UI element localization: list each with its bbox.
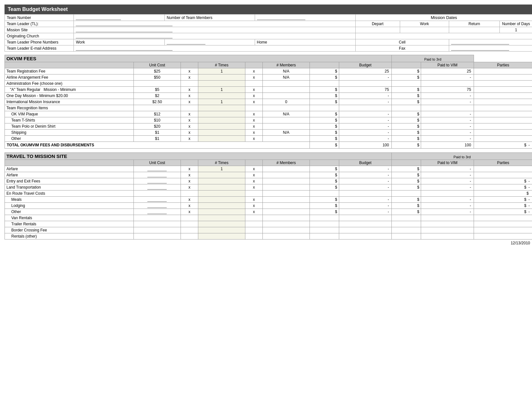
row-other-travel-times[interactable] bbox=[198, 209, 245, 215]
row-rentals-other-times[interactable] bbox=[198, 233, 245, 240]
phone-cell-input[interactable] bbox=[449, 39, 532, 45]
row-shipping-3rd bbox=[474, 130, 532, 136]
travel-col-vim: Paid to VIM bbox=[421, 160, 474, 166]
row-airfare2-unit[interactable] bbox=[134, 172, 181, 178]
row-airfare1-budget-val: - bbox=[339, 166, 392, 172]
row-other-travel-unit[interactable] bbox=[134, 209, 181, 215]
row-a-team-budget-val: 75 bbox=[339, 87, 392, 93]
okvim-total-budget-val: 100 bbox=[339, 142, 392, 149]
row-recognition-vim-dollar bbox=[392, 105, 421, 111]
row-other-okvim-3rd bbox=[474, 136, 532, 142]
row-lodging-times[interactable] bbox=[198, 203, 245, 209]
row-oneday-times[interactable] bbox=[198, 93, 245, 99]
row-entry-fees-budget-val: - bbox=[339, 178, 392, 184]
row-airline-budget-dollar: $ bbox=[310, 74, 339, 81]
row-airline-unit: $50 bbox=[134, 74, 181, 81]
row-tshirts-times[interactable] bbox=[198, 117, 245, 123]
row-entry-fees-unit[interactable] bbox=[134, 178, 181, 184]
row-meals-unit[interactable] bbox=[134, 197, 181, 203]
orig-church-input[interactable] bbox=[74, 33, 355, 39]
row-van-rentals-label: Van Rentals bbox=[5, 215, 134, 221]
row-airline-vim-val: - bbox=[421, 74, 474, 81]
row-other-okvim-times[interactable] bbox=[198, 136, 245, 142]
row-admin-3rd bbox=[474, 81, 532, 87]
return-input[interactable] bbox=[449, 27, 500, 33]
row-airline-times[interactable] bbox=[198, 74, 245, 81]
phone-cell-label: Cell bbox=[355, 39, 449, 45]
row-shipping-vim-val: - bbox=[421, 130, 474, 136]
row-border-members bbox=[263, 227, 310, 233]
row-trailer-times[interactable] bbox=[198, 221, 245, 227]
row-van-rentals-x1 bbox=[181, 215, 198, 221]
row-team-reg-x1: x bbox=[181, 68, 198, 74]
row-a-team-x1: x bbox=[181, 87, 198, 93]
row-other-travel-vim-val: - bbox=[421, 209, 474, 215]
okvim-col-unit: Unit Cost bbox=[134, 62, 181, 68]
work-input[interactable] bbox=[400, 27, 449, 33]
row-lodging-vim-dollar: $ bbox=[392, 203, 421, 209]
row-oneday-3rd bbox=[474, 93, 532, 99]
row-airline-budget-val: - bbox=[339, 74, 392, 81]
row-airfare2-3rd bbox=[474, 172, 532, 178]
num-members-input[interactable] bbox=[255, 15, 355, 21]
row-team-reg-times[interactable]: 1 bbox=[198, 68, 245, 74]
row-airfare1-unit[interactable] bbox=[134, 166, 181, 172]
row-plaque-times[interactable] bbox=[198, 111, 245, 117]
mission-site-label: Mission Site bbox=[5, 27, 74, 33]
row-rentals-other-members bbox=[263, 233, 310, 240]
row-a-team-times[interactable]: 1 bbox=[198, 87, 245, 93]
row-trailer-x2 bbox=[245, 221, 263, 227]
row-rentals-other-budget-val bbox=[339, 233, 392, 240]
row-admin-budget-dollar bbox=[310, 81, 339, 87]
row-en-route-times[interactable] bbox=[198, 191, 245, 197]
email-label: Team Leader E-mail Address bbox=[5, 45, 74, 52]
row-land-transport-unit[interactable] bbox=[134, 184, 181, 191]
row-insurance-unit: $2.50 bbox=[134, 99, 181, 105]
row-polo-times[interactable] bbox=[198, 123, 245, 130]
row-meals-members bbox=[263, 197, 310, 203]
row-shipping-times[interactable] bbox=[198, 130, 245, 136]
team-number-input[interactable] bbox=[74, 15, 164, 21]
mission-dates-header: Mission Dates bbox=[355, 15, 532, 21]
row-border-times[interactable] bbox=[198, 227, 245, 233]
row-insurance-x2: x bbox=[245, 99, 263, 105]
row-entry-fees-times[interactable] bbox=[198, 178, 245, 184]
row-airfare1-times[interactable]: 1 bbox=[198, 166, 245, 172]
row-polo-budget-dollar: $ bbox=[310, 123, 339, 130]
phone-work-input[interactable] bbox=[164, 39, 255, 45]
row-trailer-unit bbox=[134, 221, 181, 227]
row-en-route-budget-val bbox=[339, 191, 392, 197]
row-rentals-other-3rd bbox=[474, 233, 532, 240]
travel-section-header: TRAVEL TO MISSION SITE bbox=[5, 153, 392, 160]
fax-input[interactable] bbox=[449, 45, 532, 52]
row-insurance-times[interactable]: 1 bbox=[198, 99, 245, 105]
row-admin-budget-val bbox=[339, 81, 392, 87]
row-plaque-x2: x bbox=[245, 111, 263, 117]
travel-paid-3rd-header: Paid to 3rd bbox=[392, 153, 532, 160]
row-entry-fees-members bbox=[263, 178, 310, 184]
footer-date: 12/13/2010 bbox=[5, 240, 532, 247]
tl-input[interactable] bbox=[74, 21, 355, 27]
row-other-okvim-x2: x bbox=[245, 136, 263, 142]
row-lodging-unit[interactable] bbox=[134, 203, 181, 209]
row-shipping-unit: $1 bbox=[134, 130, 181, 136]
row-land-transport-times[interactable] bbox=[198, 184, 245, 191]
depart-input[interactable] bbox=[355, 27, 400, 33]
row-trailer-x1 bbox=[181, 221, 198, 227]
row-other-okvim-x1: x bbox=[181, 136, 198, 142]
row-airfare2-times[interactable] bbox=[198, 172, 245, 178]
row-recognition-times[interactable] bbox=[198, 105, 245, 111]
email-input[interactable] bbox=[74, 45, 355, 52]
row-plaque-budget-val: - bbox=[339, 111, 392, 117]
mission-site-input[interactable] bbox=[74, 27, 355, 33]
row-oneday-budget-val: - bbox=[339, 93, 392, 99]
row-meals-times[interactable] bbox=[198, 197, 245, 203]
row-trailer-budget-dollar bbox=[310, 221, 339, 227]
row-airfare1-members bbox=[263, 166, 310, 172]
row-team-reg-x2: x bbox=[245, 68, 263, 74]
row-van-rentals-times[interactable] bbox=[198, 215, 245, 221]
row-airfare2-x2: x bbox=[245, 172, 263, 178]
travel-col-times: # Times bbox=[198, 160, 245, 166]
row-admin-times[interactable] bbox=[198, 81, 245, 87]
row-recognition-vim-val bbox=[421, 105, 474, 111]
